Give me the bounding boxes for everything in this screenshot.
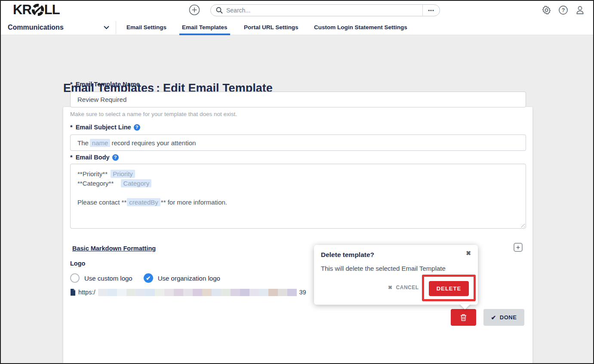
add-expand-icon[interactable]: + bbox=[514, 243, 523, 252]
settings-gear-icon[interactable] bbox=[542, 5, 551, 16]
body-help-icon[interactable]: ? bbox=[112, 154, 119, 161]
done-button[interactable]: ✔ DONE bbox=[483, 309, 524, 326]
radio-unselected-icon[interactable] bbox=[70, 273, 80, 283]
radio-use-custom-logo[interactable]: Use custom logo bbox=[70, 273, 132, 283]
resize-handle[interactable] bbox=[520, 222, 525, 227]
subject-text-before: The bbox=[77, 139, 89, 147]
logo-url-suffix: 39 bbox=[299, 289, 306, 296]
redacted-block bbox=[287, 289, 297, 296]
body-line-priority: **Priority** Priority bbox=[77, 169, 519, 179]
logo-url-row: https:/ 39 bbox=[70, 288, 306, 297]
radio-use-organization-logo[interactable]: ✔ Use organization logo bbox=[144, 273, 220, 283]
communications-dropdown[interactable]: Communications bbox=[8, 20, 115, 35]
cancel-x-icon: ✖ bbox=[388, 284, 393, 291]
redacted-block bbox=[117, 289, 126, 296]
subject-text-after: record requires your attention bbox=[111, 139, 196, 147]
tab-email-templates[interactable]: Email Templates bbox=[182, 20, 228, 35]
redacted-block bbox=[108, 289, 117, 296]
template-name-label: * Email Template Name bbox=[70, 81, 139, 88]
email-body-editor[interactable]: **Priority** Priority **Category** Categ… bbox=[70, 164, 526, 229]
logo-text-right: LL bbox=[44, 2, 60, 18]
createdby-token[interactable]: createdBy bbox=[127, 198, 160, 206]
redacted-url-blur bbox=[98, 289, 297, 296]
chevron-down-icon bbox=[104, 26, 109, 29]
redacted-block bbox=[231, 289, 240, 296]
dropdown-label: Communications bbox=[8, 24, 64, 31]
kroll-logo: KR LL bbox=[13, 2, 60, 18]
popup-title: Delete template? bbox=[321, 251, 374, 259]
template-name-input[interactable] bbox=[70, 92, 526, 107]
redacted-block bbox=[202, 289, 212, 296]
trash-icon bbox=[460, 314, 467, 321]
logo-text-left: KR bbox=[13, 2, 31, 18]
logo-o-icon bbox=[31, 3, 45, 17]
section-nav: Communications Email Settings Email Temp… bbox=[1, 20, 593, 35]
priority-token[interactable]: Priority bbox=[111, 170, 135, 178]
tab-email-settings[interactable]: Email Settings bbox=[126, 20, 166, 35]
delete-template-button[interactable] bbox=[451, 309, 476, 326]
search-icon bbox=[216, 7, 223, 14]
search-more-button[interactable]: ••• bbox=[422, 5, 440, 16]
top-bar: KR LL ••• bbox=[1, 1, 593, 20]
redacted-block bbox=[155, 289, 164, 296]
cancel-button[interactable]: ✖ CANCEL bbox=[388, 284, 419, 291]
redacted-block bbox=[278, 289, 287, 296]
redacted-block bbox=[249, 289, 259, 296]
redacted-block bbox=[240, 289, 249, 296]
app-window: KR LL ••• bbox=[0, 0, 594, 364]
redacted-block bbox=[183, 289, 193, 296]
subject-line-label: * Email Subject Line ? bbox=[70, 124, 140, 131]
search-bar: ••• bbox=[210, 4, 440, 16]
required-asterisk: * bbox=[70, 154, 73, 161]
redacted-block bbox=[126, 289, 136, 296]
template-name-helper-text: Make sure to select a name for your temp… bbox=[70, 111, 237, 117]
redacted-block bbox=[136, 289, 145, 296]
subject-help-icon[interactable]: ? bbox=[134, 124, 140, 131]
close-icon[interactable]: ✖ bbox=[466, 250, 471, 257]
redacted-block bbox=[174, 289, 183, 296]
add-icon[interactable] bbox=[189, 4, 200, 17]
popup-message: This will delete the selected Email Temp… bbox=[321, 265, 446, 272]
nav-divider bbox=[116, 21, 116, 34]
required-asterisk: * bbox=[70, 124, 73, 131]
redacted-block bbox=[221, 289, 231, 296]
redacted-block bbox=[259, 289, 268, 296]
redacted-block bbox=[212, 289, 221, 296]
body-line-contact: Please contact **createdBy** for more in… bbox=[77, 198, 519, 207]
popup-caret bbox=[459, 304, 471, 309]
redacted-block bbox=[164, 289, 174, 296]
body-line-category: **Category** Category bbox=[77, 179, 519, 188]
logo-radio-group: Use custom logo ✔ Use organization logo bbox=[70, 273, 220, 283]
help-icon[interactable]: ? bbox=[558, 5, 568, 16]
search-input[interactable] bbox=[226, 7, 422, 14]
delete-confirmation-popup: Delete template? ✖ This will delete the … bbox=[314, 245, 478, 305]
subject-line-input[interactable]: The name record requires your attention bbox=[70, 135, 526, 151]
confirm-delete-button[interactable]: DELETE bbox=[429, 281, 469, 296]
user-profile-icon[interactable] bbox=[575, 5, 585, 16]
logo-section-label: Logo bbox=[70, 260, 85, 267]
markdown-formatting-link[interactable]: Basic Markdown Formatting bbox=[72, 245, 156, 252]
redacted-block bbox=[193, 289, 202, 296]
logo-url-prefix: https:/ bbox=[78, 289, 95, 296]
required-asterisk: * bbox=[70, 81, 73, 88]
svg-text:?: ? bbox=[562, 7, 565, 13]
tab-portal-url-settings[interactable]: Portal URL Settings bbox=[244, 20, 299, 35]
tab-custom-login-statement-settings[interactable]: Custom Login Statement Settings bbox=[314, 20, 407, 35]
subject-name-token[interactable]: name bbox=[90, 139, 111, 147]
category-token[interactable]: Category bbox=[121, 179, 151, 187]
email-body-label: * Email Body ? bbox=[70, 154, 119, 161]
check-icon: ✔ bbox=[491, 314, 496, 321]
redacted-block bbox=[145, 289, 155, 296]
redacted-block bbox=[268, 289, 278, 296]
radio-selected-check-icon[interactable]: ✔ bbox=[144, 273, 153, 283]
file-icon bbox=[70, 289, 76, 296]
redacted-block bbox=[98, 289, 108, 296]
